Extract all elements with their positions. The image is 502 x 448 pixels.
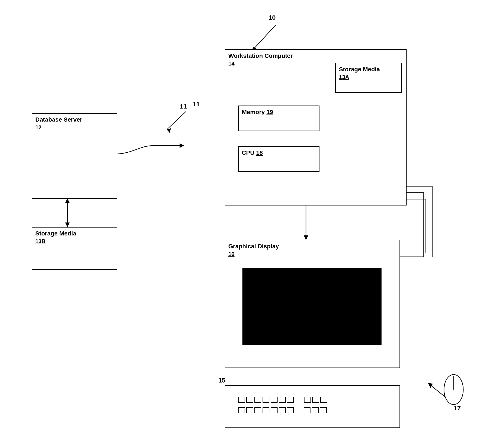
svg-marker-4 bbox=[180, 144, 184, 148]
keyboard-box bbox=[225, 385, 400, 428]
key-4 bbox=[263, 397, 269, 403]
memory-box: Memory 19 bbox=[238, 106, 319, 131]
graphical-display-label: Graphical Display 16 bbox=[225, 240, 399, 259]
database-server-box: Database Server 12 bbox=[32, 113, 117, 199]
key-r2-9 bbox=[312, 407, 319, 413]
ws-ref-number: 14 bbox=[228, 60, 235, 67]
diagram-container: 10 Database Server 12 11 Workstation Com… bbox=[0, 0, 502, 448]
memory-label: Memory 19 bbox=[239, 106, 319, 117]
key-r2-3 bbox=[254, 407, 261, 413]
key-r2-2 bbox=[246, 407, 253, 413]
ref-11-label: 11 bbox=[193, 101, 200, 108]
storage-media-13a-box: Storage Media 13A bbox=[335, 63, 402, 93]
db-ref-number: 12 bbox=[35, 124, 42, 130]
key-r2-5 bbox=[271, 407, 278, 413]
key-7 bbox=[287, 397, 294, 403]
key-10 bbox=[320, 397, 327, 403]
key-r2-10 bbox=[320, 407, 327, 413]
ref-17-label: 17 bbox=[454, 404, 461, 412]
key-r2-6 bbox=[279, 407, 286, 413]
svg-marker-3 bbox=[167, 128, 171, 133]
ref-10: 10 bbox=[268, 14, 276, 21]
key-r2-8 bbox=[304, 407, 311, 413]
key-1 bbox=[238, 397, 245, 403]
key-8 bbox=[304, 397, 311, 403]
key-r2-4 bbox=[263, 407, 269, 413]
sm13a-ref-number: 13A bbox=[339, 74, 349, 80]
svg-line-2 bbox=[167, 111, 186, 129]
key-3 bbox=[254, 397, 261, 403]
cpu-box: CPU 18 bbox=[238, 146, 319, 172]
svg-line-0 bbox=[251, 25, 276, 51]
key-5 bbox=[271, 397, 278, 403]
cpu-label: CPU 18 bbox=[239, 147, 319, 158]
graphical-display-box: Graphical Display 16 bbox=[225, 240, 400, 368]
display-screen bbox=[242, 268, 381, 345]
gd-ref-number: 16 bbox=[228, 251, 235, 257]
storage-13a-label: Storage Media 13A bbox=[336, 63, 401, 82]
sm13b-ref-number: 13B bbox=[35, 238, 46, 244]
ref-15-label: 15 bbox=[218, 377, 225, 384]
svg-marker-17 bbox=[304, 236, 308, 240]
key-6 bbox=[279, 397, 286, 403]
database-server-label: Database Server 12 bbox=[32, 114, 117, 132]
svg-marker-7 bbox=[65, 223, 70, 227]
key-9 bbox=[312, 397, 319, 403]
key-r2-1 bbox=[238, 407, 245, 413]
key-2 bbox=[246, 397, 253, 403]
storage-13b-label: Storage Media 13B bbox=[32, 227, 117, 246]
workstation-computer-box: Workstation Computer 14 Storage Media 13… bbox=[225, 49, 407, 206]
svg-marker-6 bbox=[65, 199, 70, 203]
svg-marker-30 bbox=[428, 383, 433, 388]
storage-media-13b-box: Storage Media 13B bbox=[32, 227, 117, 270]
key-r2-7 bbox=[287, 407, 294, 413]
ref-11: 11 bbox=[180, 103, 187, 110]
